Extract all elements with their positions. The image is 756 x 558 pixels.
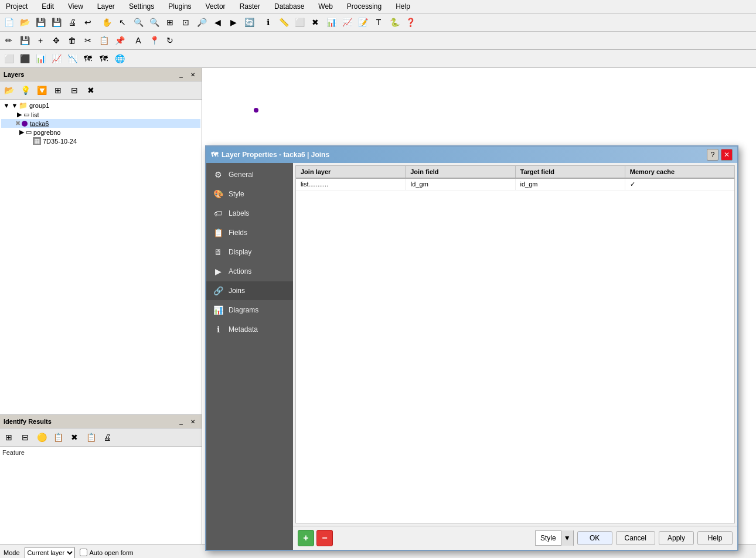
statistics-button[interactable]: 📈 [339, 15, 355, 30]
plugin-btn-1[interactable]: ⬜ [1, 51, 16, 66]
tree-item-7d35[interactable]: ▦ 7D35-10-24 [1, 137, 200, 145]
add-annotation-button[interactable]: 📝 [355, 15, 370, 30]
add-feature-button[interactable]: + [33, 33, 48, 48]
add-join-button[interactable]: + [298, 530, 314, 546]
nav-item-diagrams[interactable]: 📊 Diagrams [206, 301, 293, 319]
clear-results-button[interactable]: ✖ [67, 430, 82, 445]
col-join-layer[interactable]: Join layer [296, 166, 406, 178]
show-tips-button[interactable]: 💡 [18, 83, 33, 98]
plugin-btn-3[interactable]: 📊 [33, 51, 48, 66]
nav-item-style[interactable]: 🎨 Style [206, 185, 293, 203]
tree-item-pogrebno[interactable]: ▶ ▭ pogrebno [1, 128, 200, 137]
menu-view[interactable]: View [64, 1, 87, 12]
open-layer-manager-button[interactable]: 📂 [1, 83, 16, 98]
menu-edit[interactable]: Edit [38, 1, 57, 12]
nav-item-labels[interactable]: 🏷 Labels [206, 204, 293, 223]
new-project-button[interactable]: 📄 [1, 15, 16, 30]
zoom-layer-button[interactable]: ⊡ [178, 15, 193, 30]
menu-layer[interactable]: Layer [94, 1, 118, 12]
undo-button[interactable]: ↩ [80, 15, 96, 30]
dialog-close-button[interactable]: ✕ [721, 149, 733, 161]
menu-processing[interactable]: Processing [343, 1, 385, 12]
menu-raster[interactable]: Raster [236, 1, 264, 12]
group1-expander2[interactable]: ▼ [11, 102, 19, 109]
tree-item-tacka6[interactable]: ✖ tacka6 [1, 119, 200, 128]
apply-button[interactable]: Apply [659, 531, 694, 545]
save-results-button[interactable]: 🖨 [100, 430, 115, 445]
table-row[interactable]: list........... Id_gm id_gm ✓ [296, 179, 734, 190]
nav-item-actions[interactable]: ▶ Actions [206, 262, 293, 281]
save-project-button[interactable]: 💾 [33, 15, 48, 30]
zoom-selection-button[interactable]: 🔎 [194, 15, 209, 30]
collapse-tree-button[interactable]: ⊟ [18, 430, 33, 445]
text-annotation-button[interactable]: T [371, 15, 386, 30]
plugin-btn-2[interactable]: ⬛ [17, 51, 32, 66]
select-rect-button[interactable]: ⬜ [292, 15, 307, 30]
expand-tree-button[interactable]: ⊞ [1, 430, 16, 445]
pan-button[interactable]: ✋ [99, 15, 114, 30]
layers-panel-minimize[interactable]: _ [176, 69, 186, 80]
zoom-next-button[interactable]: ▶ [226, 15, 241, 30]
menu-plugins[interactable]: Plugins [165, 1, 195, 12]
toggle-editing-button[interactable]: ✏ [1, 33, 16, 48]
nav-item-fields[interactable]: 📋 Fields [206, 223, 293, 242]
zoom-out-button[interactable]: 🔍 [147, 15, 162, 30]
expand-all-button[interactable]: ⊞ [50, 83, 66, 98]
tree-item-group1[interactable]: ▼ ▼ 📁 group1 [1, 101, 200, 110]
menu-database[interactable]: Database [271, 1, 308, 12]
tree-item-list[interactable]: ▶ ▭ list [1, 110, 200, 119]
plugin-btn-6[interactable]: 🗺 [80, 51, 96, 66]
print-button[interactable]: 🖨 [64, 15, 80, 30]
nav-item-joins[interactable]: 🔗 Joins [206, 281, 293, 300]
identify-button[interactable]: ℹ [260, 15, 275, 30]
pogrebno-expander[interactable]: ▶ [18, 128, 26, 136]
save-as-button[interactable]: 💾 [49, 15, 64, 30]
copy-features-button[interactable]: 📋 [96, 33, 111, 48]
refresh-button[interactable]: 🔄 [241, 15, 257, 30]
layers-panel-close[interactable]: ✕ [188, 69, 198, 80]
rotate-label-button[interactable]: ↻ [162, 33, 178, 48]
deselect-button[interactable]: ✖ [308, 15, 323, 30]
delete-feature-button[interactable]: 🗑 [64, 33, 80, 48]
menu-help[interactable]: Help [392, 1, 414, 12]
collapse-all-button[interactable]: ⊟ [67, 83, 82, 98]
col-join-field[interactable]: Join field [406, 166, 515, 178]
plugin-btn-8[interactable]: 🌐 [112, 51, 127, 66]
group1-expander[interactable]: ▼ [2, 102, 11, 109]
highlight-button[interactable]: 🟡 [34, 430, 49, 445]
measure-button[interactable]: 📏 [276, 15, 291, 30]
auto-open-checkbox[interactable] [80, 549, 87, 556]
plugin-btn-5[interactable]: 📉 [64, 51, 80, 66]
help-dialog-button[interactable]: Help [697, 531, 733, 545]
ok-button[interactable]: OK [577, 531, 612, 545]
dialog-help-button[interactable]: ? [707, 149, 718, 161]
filter-layer-button[interactable]: 🔽 [34, 83, 49, 98]
identify-panel-close[interactable]: ✕ [188, 416, 198, 427]
identify-panel-minimize[interactable]: _ [176, 416, 186, 427]
menu-web[interactable]: Web [315, 1, 336, 12]
help-button[interactable]: ❓ [403, 15, 418, 30]
plugin-btn-7[interactable]: 🗺 [96, 51, 111, 66]
plugin-btn-4[interactable]: 📈 [49, 51, 64, 66]
menu-project[interactable]: Project [2, 1, 31, 12]
menu-settings[interactable]: Settings [125, 1, 158, 12]
remove-join-button[interactable]: − [316, 530, 333, 546]
paste-features-button[interactable]: 📌 [112, 33, 127, 48]
col-target-field[interactable]: Target field [516, 166, 625, 178]
zoom-prev-button[interactable]: ◀ [210, 15, 225, 30]
open-project-button[interactable]: 📂 [17, 15, 32, 30]
cancel-button[interactable]: Cancel [616, 531, 655, 545]
nav-item-general[interactable]: ⚙ General [206, 165, 293, 184]
label-tool-button[interactable]: A [131, 33, 146, 48]
move-feature-button[interactable]: ✥ [49, 33, 64, 48]
list-expander[interactable]: ▶ [15, 111, 23, 118]
open-table-button[interactable]: 📊 [323, 15, 339, 30]
select-button[interactable]: ↖ [115, 15, 130, 30]
nav-item-display[interactable]: 🖥 Display [206, 243, 293, 261]
nav-item-metadata[interactable]: ℹ Metadata [206, 320, 293, 339]
print-results-button[interactable]: 📋 [50, 430, 66, 445]
zoom-in-button[interactable]: 🔍 [131, 15, 146, 30]
copy-results-button[interactable]: 📋 [83, 430, 98, 445]
mode-select[interactable]: Current layer [25, 547, 75, 559]
pin-label-button[interactable]: 📍 [147, 33, 162, 48]
